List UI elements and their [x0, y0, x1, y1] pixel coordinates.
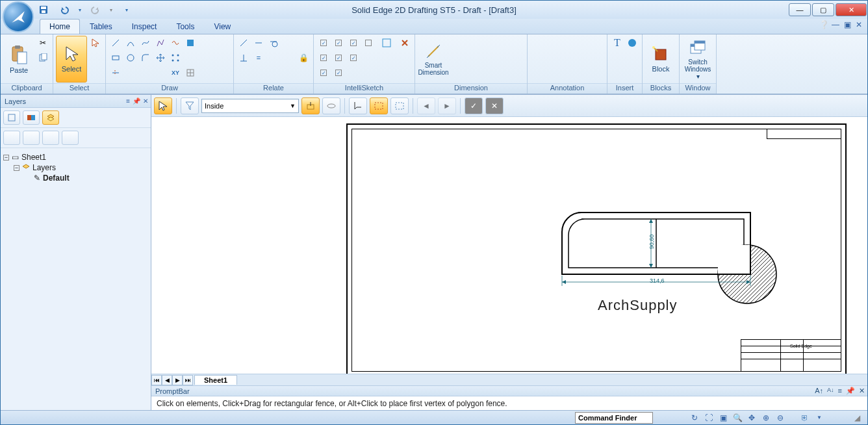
text-icon[interactable]: T	[610, 36, 624, 50]
paste-button[interactable]: Paste	[3, 36, 34, 83]
is-intersect-icon[interactable]	[361, 36, 376, 50]
sheet-last-icon[interactable]: ⏭	[183, 375, 193, 385]
line-icon[interactable]	[108, 36, 123, 50]
cb-opt3-icon[interactable]	[390, 97, 409, 114]
status-shield-icon[interactable]: ⛨	[800, 413, 810, 423]
dim-d-icon[interactable]	[495, 51, 509, 65]
help-icon[interactable]: ❔	[819, 20, 828, 29]
tree-item-default[interactable]: ✎ Default	[3, 173, 148, 183]
scale-icon[interactable]	[216, 36, 231, 50]
tab-tools[interactable]: Tools	[166, 19, 204, 34]
split-icon[interactable]	[138, 66, 153, 80]
tab-inspect[interactable]: Inspect	[122, 19, 167, 34]
is-8-icon[interactable]	[361, 51, 376, 65]
is-12-icon[interactable]	[361, 66, 376, 80]
is-endpoint-icon[interactable]: ✓	[316, 36, 331, 50]
panel-pin-icon[interactable]: 📌	[133, 97, 140, 105]
ins-b-icon[interactable]	[625, 51, 639, 65]
leader-icon[interactable]	[530, 36, 544, 50]
status-zoom-icon[interactable]: 🔍	[732, 413, 743, 423]
spline-icon[interactable]	[168, 36, 183, 50]
tree-item-sheet1[interactable]: − ▭ Sheet1	[3, 152, 148, 162]
ann-i-icon[interactable]	[575, 66, 589, 80]
status-sync-icon[interactable]: ↻	[689, 413, 700, 423]
minimize-button[interactable]: —	[789, 3, 811, 16]
layer-lock-icon[interactable]	[62, 131, 79, 145]
doc-restore-icon[interactable]: ▣	[843, 20, 852, 29]
select-button[interactable]: Select	[56, 36, 87, 83]
select-options-icon[interactable]	[88, 51, 103, 65]
symmetric-icon[interactable]	[266, 51, 281, 65]
collinear-icon[interactable]	[281, 51, 296, 65]
offset-icon[interactable]	[153, 66, 168, 80]
doc-close-icon[interactable]: ✕	[854, 20, 863, 29]
tab-tables[interactable]: Tables	[80, 19, 122, 34]
promptbar-options-icon[interactable]: ≡	[838, 387, 842, 395]
dim-e-icon[interactable]	[510, 51, 524, 65]
move-icon[interactable]	[153, 51, 168, 65]
dim-i-icon[interactable]	[495, 66, 509, 80]
tree-item-layers[interactable]: − Layers	[3, 162, 148, 173]
draw-misc2-icon[interactable]	[216, 66, 231, 80]
is-5-icon[interactable]: ✓	[316, 51, 331, 65]
extend-icon[interactable]	[123, 66, 138, 80]
is-settings-icon[interactable]	[398, 36, 412, 50]
relate-e-icon[interactable]	[296, 66, 311, 80]
redo-dropdown-icon[interactable]: ▾	[104, 3, 118, 17]
ann-d-icon[interactable]	[575, 51, 589, 65]
is-10-icon[interactable]: ✓	[331, 66, 346, 80]
sheet-next-icon[interactable]: ▶	[172, 375, 183, 385]
block-button[interactable]: Block	[645, 36, 676, 83]
draw-misc-icon[interactable]	[201, 66, 216, 80]
cb-opt1-icon[interactable]	[349, 97, 367, 114]
status-zoom-out-icon[interactable]: ⊖	[775, 413, 785, 423]
panel-close-icon[interactable]: ✕	[143, 97, 148, 105]
is-relations-icon[interactable]	[379, 36, 394, 50]
circle-icon[interactable]	[123, 51, 138, 65]
cb-filter-icon[interactable]	[181, 97, 199, 114]
layer-on-icon[interactable]	[23, 131, 40, 145]
format-painter-icon[interactable]	[36, 66, 50, 80]
equal-icon[interactable]: =	[251, 51, 266, 65]
application-button[interactable]	[3, 1, 34, 32]
ann-a-icon[interactable]	[530, 51, 544, 65]
text-xy-icon[interactable]: XY	[168, 66, 183, 80]
ann-h-icon[interactable]	[560, 66, 574, 80]
dim-g-icon[interactable]	[465, 66, 479, 80]
new-layer-icon[interactable]	[3, 131, 20, 145]
collapse-icon[interactable]: −	[3, 155, 9, 161]
dim-h-icon[interactable]	[480, 66, 494, 80]
is-autodim-icon[interactable]	[379, 51, 394, 65]
save-icon[interactable]	[36, 3, 51, 17]
lock-icon[interactable]: 🔒	[296, 51, 311, 65]
arc-icon[interactable]	[123, 36, 138, 50]
dim-linear-icon[interactable]	[450, 36, 465, 50]
sheet-prev-icon[interactable]: ◀	[162, 375, 172, 385]
surface-icon[interactable]	[575, 36, 589, 50]
cb-deselect-icon[interactable]	[301, 97, 320, 114]
promptbar-close-icon[interactable]: ✕	[859, 387, 865, 395]
dim-radial-icon[interactable]	[480, 36, 494, 50]
is-9-icon[interactable]: ✓	[316, 66, 331, 80]
cut-icon[interactable]: ✂	[36, 36, 50, 50]
sheet-tab-1[interactable]: Sheet1	[194, 375, 237, 385]
promptbar-pin-icon[interactable]: 📌	[846, 387, 855, 395]
status-resize-grip-icon[interactable]: ◢	[852, 413, 862, 423]
horizontal-icon[interactable]	[251, 36, 266, 50]
status-zoom-area-icon[interactable]: ⛶	[704, 413, 714, 423]
sheet-first-icon[interactable]: ⏮	[151, 375, 162, 385]
relate-c-icon[interactable]	[266, 66, 281, 80]
ann-g-icon[interactable]	[545, 66, 559, 80]
close-button[interactable]: ✕	[836, 3, 867, 16]
undo-dropdown-icon[interactable]: ▾	[73, 3, 87, 17]
fill-icon[interactable]	[183, 36, 198, 50]
cb-accept-icon[interactable]: ✓	[465, 97, 483, 114]
parallel-icon[interactable]	[281, 36, 296, 50]
cb-clearsel-icon[interactable]	[322, 97, 340, 114]
cb-cancel-icon[interactable]: ✕	[485, 97, 504, 114]
switch-windows-button[interactable]: SwitchWindows ▾	[682, 36, 713, 83]
perpendicular-icon[interactable]	[236, 51, 251, 65]
tab-home[interactable]: Home	[40, 19, 80, 34]
pattern-icon[interactable]	[168, 51, 183, 65]
balloon-icon[interactable]	[545, 36, 559, 50]
